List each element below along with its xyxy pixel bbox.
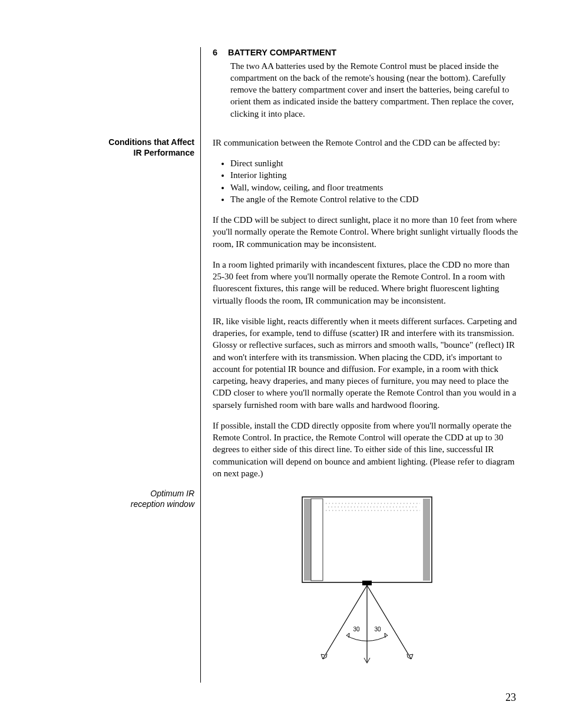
diagram-caption-line2: reception window [29,499,194,509]
diagram-side-caption: Optimum IR reception window [29,488,200,509]
svg-rect-2 [423,499,430,581]
ir-window-diagram: 30 30 [290,494,444,671]
conditions-body: IR communication between the Remote Cont… [200,137,521,488]
section-6-text: The two AA batteries used by the Remote … [213,60,521,120]
svg-rect-7 [362,581,372,585]
page-number: 23 [505,690,516,704]
conditions-p1: If the CDD will be subject to direct sun… [213,214,521,250]
svg-line-10 [367,585,411,659]
svg-rect-1 [304,499,311,581]
svg-line-9 [323,585,367,659]
conditions-intro: IR communication between the Remote Cont… [213,137,521,149]
section-conditions: Conditions that Affect IR Performance IR… [29,137,521,488]
angle-left-label: 30 [353,626,360,633]
bullet-item: The angle of the Remote Control relative… [230,193,521,205]
section-6-number: 6 [213,47,217,59]
section-6-body: 6 BATTERY COMPARTMENT The two AA batteri… [200,47,521,137]
section-diagram: Optimum IR reception window [29,488,521,683]
bullet-item: Wall, window, ceiling, and floor treatme… [230,182,521,193]
svg-rect-0 [302,497,432,582]
page: 6 BATTERY COMPARTMENT The two AA batteri… [0,0,562,728]
diagram-body: 30 30 [200,488,521,683]
svg-rect-3 [311,499,323,581]
conditions-p3: IR, like visible light, reacts different… [213,315,521,411]
section-6-title: BATTERY COMPARTMENT [228,47,336,59]
bullet-item: Interior lighting [230,169,521,181]
section-battery: 6 BATTERY COMPARTMENT The two AA batteri… [29,47,521,137]
section-6-title-row: 6 BATTERY COMPARTMENT [213,47,521,59]
conditions-bullets: Direct sunlight Interior lighting Wall, … [230,157,521,205]
side-heading-line1: Conditions that Affect [29,137,194,147]
side-heading-line2: IR Performance [29,147,194,158]
bullet-item: Direct sunlight [230,157,521,169]
diagram-wrap: 30 30 [213,494,521,671]
conditions-p2: In a room lighted primarily with incande… [213,259,521,307]
angle-right-label: 30 [374,626,381,633]
conditions-p4: If possible, install the CDD directly op… [213,420,521,479]
conditions-side-heading: Conditions that Affect IR Performance [29,137,200,158]
diagram-caption-line1: Optimum IR [29,488,194,499]
